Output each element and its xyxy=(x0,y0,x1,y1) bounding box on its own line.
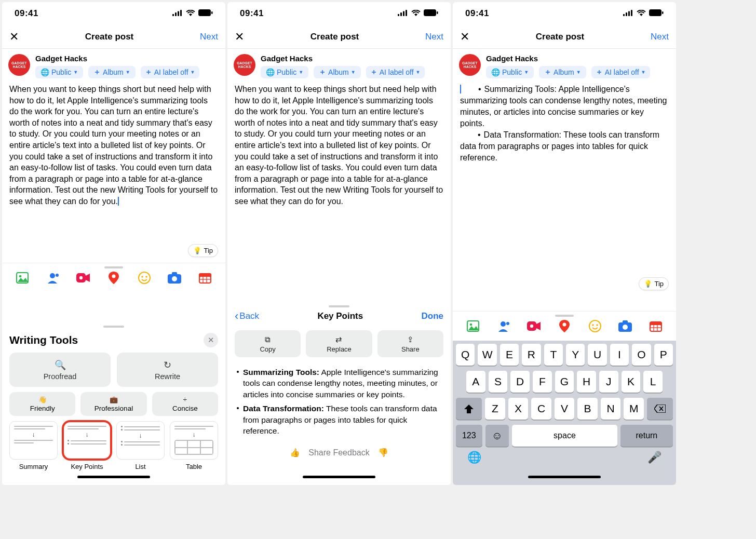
home-indicator[interactable] xyxy=(77,476,150,478)
camera-icon[interactable] xyxy=(618,319,632,333)
key-s[interactable]: S xyxy=(489,371,508,393)
video-icon[interactable] xyxy=(527,319,541,333)
post-textarea[interactable]: When you want to keep things short but n… xyxy=(227,79,451,211)
table-card[interactable]: ↓ Table xyxy=(170,421,218,470)
shift-key[interactable] xyxy=(456,398,482,420)
chip-album[interactable]: ＋Album▼ xyxy=(88,66,136,78)
next-button[interactable]: Next xyxy=(425,32,443,42)
key-f[interactable]: F xyxy=(533,371,552,393)
chip-ai-label[interactable]: ＋AI label off▼ xyxy=(141,66,199,78)
summary-card[interactable]: ↓ Summary xyxy=(9,421,58,470)
home-indicator[interactable] xyxy=(303,476,375,478)
back-button[interactable]: ‹Back xyxy=(235,309,259,323)
location-icon[interactable] xyxy=(107,271,120,285)
globe-icon: 🌐 xyxy=(491,68,500,76)
tip-button[interactable]: 💡Tip xyxy=(639,277,669,290)
key-a[interactable]: A xyxy=(466,371,485,393)
chip-audience[interactable]: 🌐Public▼ xyxy=(35,66,83,78)
key-b[interactable]: B xyxy=(577,398,598,420)
key-k[interactable]: K xyxy=(622,371,641,393)
key-g[interactable]: G xyxy=(555,371,574,393)
thumbs-up-icon[interactable]: 👍 xyxy=(290,448,300,457)
thumbs-down-icon[interactable]: 👎 xyxy=(378,448,388,457)
post-textarea[interactable]: When you want to keep things short but n… xyxy=(2,79,225,211)
key-h[interactable]: H xyxy=(577,371,596,393)
chip-album[interactable]: ＋Album▼ xyxy=(314,66,361,78)
grabber-icon[interactable] xyxy=(329,305,349,307)
key-q[interactable]: Q xyxy=(456,344,475,366)
avatar[interactable]: GADGET HACKS xyxy=(8,54,30,76)
key-l[interactable]: L xyxy=(643,371,663,393)
post-textarea[interactable]: •Summarizing Tools: Apple Intelligence's… xyxy=(453,79,676,168)
mic-key-icon[interactable]: 🎤 xyxy=(647,451,662,464)
key-n[interactable]: N xyxy=(601,398,621,420)
close-icon[interactable]: ✕ xyxy=(460,30,469,44)
key-v[interactable]: V xyxy=(555,398,575,420)
calendar-icon[interactable] xyxy=(198,271,212,285)
copy-button[interactable]: ⧉Copy xyxy=(235,330,301,357)
camera-icon[interactable] xyxy=(168,271,181,285)
home-indicator[interactable] xyxy=(528,476,601,478)
close-icon[interactable]: ✕ xyxy=(9,30,19,44)
professional-button[interactable]: 💼Professional xyxy=(80,392,146,416)
keyboard[interactable]: QWERTYUIOP ASDFGHJKL ZXCVBNM 123 ☺ space… xyxy=(453,341,676,468)
avatar[interactable]: GADGET HACKS xyxy=(234,54,255,76)
key-p[interactable]: P xyxy=(654,344,673,366)
svg-point-38 xyxy=(470,324,473,326)
key-points-card[interactable]: ↓ Key Points xyxy=(63,421,111,470)
numbers-key[interactable]: 123 xyxy=(456,425,482,447)
grabber-icon[interactable] xyxy=(103,326,124,328)
return-key[interactable]: return xyxy=(620,425,673,447)
chip-album[interactable]: ＋Album▼ xyxy=(539,66,586,78)
close-icon[interactable]: ✕ xyxy=(235,30,244,44)
key-m[interactable]: M xyxy=(624,398,644,420)
avatar[interactable]: GADGET HACKS xyxy=(459,54,481,76)
key-o[interactable]: O xyxy=(632,344,651,366)
chip-audience[interactable]: 🌐Public▼ xyxy=(261,66,308,78)
grabber-icon[interactable] xyxy=(555,315,574,317)
key-i[interactable]: I xyxy=(610,344,629,366)
next-button[interactable]: Next xyxy=(651,32,669,42)
next-button[interactable]: Next xyxy=(200,32,218,42)
key-r[interactable]: R xyxy=(522,344,541,366)
photo-icon[interactable] xyxy=(466,319,480,333)
rewrite-button[interactable]: ↻Rewrite xyxy=(117,353,218,387)
grabber-icon[interactable] xyxy=(104,266,123,268)
calendar-icon[interactable] xyxy=(649,319,663,333)
key-d[interactable]: D xyxy=(510,371,530,393)
chip-ai-label[interactable]: ＋AI label off▼ xyxy=(366,66,425,78)
key-j[interactable]: J xyxy=(599,371,618,393)
share-feedback-label[interactable]: Share Feedback xyxy=(308,448,369,457)
backspace-key[interactable] xyxy=(647,398,673,420)
key-z[interactable]: Z xyxy=(485,398,505,420)
chip-ai-label[interactable]: ＋AI label off▼ xyxy=(591,66,650,78)
tag-people-icon[interactable] xyxy=(46,271,60,285)
close-icon[interactable]: ✕ xyxy=(204,333,218,347)
emoji-key[interactable]: ☺ xyxy=(485,425,509,447)
tag-people-icon[interactable] xyxy=(497,319,510,333)
done-button[interactable]: Done xyxy=(421,311,443,321)
share-button[interactable]: ⇪Share xyxy=(377,330,443,357)
key-e[interactable]: E xyxy=(500,344,519,366)
video-icon[interactable] xyxy=(76,271,90,285)
chip-audience[interactable]: 🌐Public▼ xyxy=(486,66,534,78)
globe-key-icon[interactable]: 🌐 xyxy=(467,451,481,464)
emoji-icon[interactable] xyxy=(588,319,602,333)
location-icon[interactable] xyxy=(558,319,571,333)
key-c[interactable]: C xyxy=(531,398,551,420)
photo-icon[interactable] xyxy=(16,271,29,285)
key-y[interactable]: Y xyxy=(566,344,585,366)
list-card[interactable]: ↓ List xyxy=(116,421,165,470)
key-w[interactable]: W xyxy=(478,344,496,366)
key-t[interactable]: T xyxy=(544,344,563,366)
friendly-button[interactable]: 👋Friendly xyxy=(9,392,75,416)
key-x[interactable]: X xyxy=(508,398,529,420)
svg-point-49 xyxy=(623,325,628,330)
proofread-button[interactable]: 🔍Proofread xyxy=(9,353,111,387)
concise-button[interactable]: ÷Concise xyxy=(152,392,218,416)
replace-button[interactable]: ⇄Replace xyxy=(306,330,372,357)
space-key[interactable]: space xyxy=(512,425,617,447)
emoji-icon[interactable] xyxy=(138,271,151,285)
key-u[interactable]: U xyxy=(588,344,606,366)
tip-button[interactable]: 💡Tip xyxy=(188,244,218,257)
